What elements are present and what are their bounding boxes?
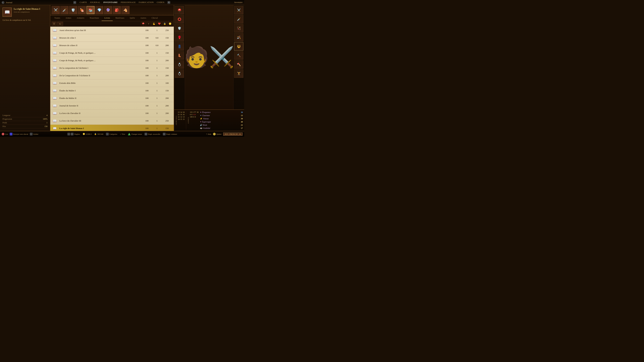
cat-all[interactable]: ⚔️ [52, 6, 60, 14]
av-1-1: 35 [180, 113, 182, 115]
filter-button[interactable]: ☰ [52, 22, 56, 26]
eq-slot-hands[interactable]: 🥊 [175, 33, 184, 41]
eq-slot-head[interactable]: ⛑️ [175, 6, 184, 14]
sort-hash-icon[interactable]: # [146, 22, 151, 26]
r2-btn: R2 [168, 1, 170, 4]
eq-slot-ring2[interactable]: 💍 [175, 69, 184, 78]
tab-quete[interactable]: Quête [127, 15, 138, 21]
action-quitter[interactable]: ○ Quitter [213, 133, 222, 135]
eq-slot-feet[interactable]: 👢 [175, 51, 184, 60]
list-item[interactable]: 📖 Briseurs de crânes II 100 0.8 200 [50, 42, 174, 49]
tab-cheval[interactable]: Cheval [149, 15, 160, 21]
list-item[interactable]: 📖 Coups de Poings, de Pieds, et quelques… [50, 57, 174, 64]
item-icon-6: 📖 [52, 73, 57, 78]
action-changer-tenue[interactable]: △ Changer tenue [128, 133, 142, 135]
nav-inventaire[interactable]: INVENTAIRE [103, 1, 118, 4]
eq-slot-weapon6[interactable]: 🔨 [234, 51, 243, 60]
list-item[interactable]: 📖 Extraits dela Bible 100 1 100 [50, 79, 174, 87]
nav-journal[interactable]: JOURNAL [90, 1, 100, 4]
item-val1-13: 100 [142, 127, 152, 130]
skill-visibilite-value: 17 [241, 127, 243, 130]
eq-slot-neck[interactable]: ⭕ [175, 15, 184, 23]
list-item[interactable]: 📖 Études du Maître II 100 1 200 [50, 94, 174, 102]
item-val3-8: 150 [162, 89, 172, 92]
tab-livres[interactable]: Livres [102, 15, 113, 21]
action-trier[interactable]: ↕ Trier [120, 133, 125, 135]
eq-slot-weapon5[interactable]: 🔱 [234, 42, 243, 51]
wv-0-0: 155 [190, 111, 193, 113]
eq-slot-weapon7[interactable]: 🪓 [234, 60, 243, 69]
action-empl-ceinture[interactable]: R3 Empl. ceinture [163, 133, 177, 135]
cat-quest[interactable]: 🔮 [104, 6, 112, 14]
list-item[interactable]: 📖 Études du Maître I 100 1 150 [50, 87, 174, 94]
list-item[interactable]: 📖 De la composition de l'alchimie I 100 … [50, 64, 174, 72]
sort-coin-icon[interactable]: 🪙 [168, 22, 172, 26]
item-title: La règle de Saint Dismas I [14, 7, 40, 10]
tab-materiaux[interactable]: Matériaux [113, 15, 127, 21]
top-bar-left: L Journal [2, 1, 12, 4]
nav-personnage[interactable]: PERSONNAGE [121, 1, 136, 4]
item-val2-3: 1 [152, 52, 162, 54]
cat-armor[interactable]: 🛡️ [69, 6, 77, 14]
item-val2-7: 1 [152, 82, 162, 84]
tab-toutes[interactable]: Toutes [52, 15, 63, 21]
list-item[interactable]: 📖 Briseurs de crâne I 100 0.8 150 [50, 34, 174, 42]
list-item[interactable]: 📖 Journal de forestier II 100 1 200 [50, 102, 174, 110]
list-item[interactable]: 📖 La force du Chevalier III 100 1 250 [50, 117, 174, 125]
action-empl-escarcelle[interactable]: R2 Empl. escarcelle [144, 133, 160, 135]
stat-prix-value: 150 [44, 125, 48, 128]
tab-armes[interactable]: Armes [63, 15, 74, 21]
cat-weapons[interactable]: 🗡️ [60, 6, 68, 14]
action-categories[interactable]: L2 Catégories [106, 133, 117, 135]
av-0-2: 16 [183, 111, 185, 113]
list-item[interactable]: 📖 De la Composition de l'Alchimie II 100… [50, 72, 174, 79]
cat-food[interactable]: 🍖 [78, 6, 86, 14]
eq-slot-legs[interactable]: 👖 [175, 42, 184, 51]
action-lire-label: Lire [5, 133, 8, 135]
top-nav: L2 CARTE JOURNAL INVENTAIRE PERSONNAGE F… [74, 1, 171, 4]
cat-horse[interactable]: 🐴 [122, 6, 130, 14]
sort-heart-icon[interactable]: ❤️ [157, 22, 162, 26]
action-lacher[interactable]: L1 Lâcher [30, 133, 38, 135]
action-aide[interactable]: ? Aide [206, 133, 211, 135]
action-onglets[interactable]: L1 R1 Onglets [68, 133, 80, 135]
skill-vitesse-label: ⚡ Vitesse [200, 117, 209, 120]
eq-slot-ring1[interactable]: 💍 [175, 60, 184, 69]
nav-fabrication[interactable]: FABRICATION [139, 1, 154, 4]
sort-lock-icon[interactable]: 🔒 [162, 22, 167, 26]
eq-slot-chest[interactable]: 🛡️ [175, 24, 184, 32]
list-item[interactable]: 📖 La force du Chevalier II 100 1 200 [50, 110, 174, 117]
cat-materials[interactable]: 💎 [95, 6, 103, 14]
list-item[interactable]: 📖 Aussi silencieux qu'un chat III 100 1 … [50, 27, 174, 34]
action-envoyer-cheval[interactable]: □ Envoyer vers cheval [10, 133, 28, 135]
stat-longueur-value: 4 [46, 114, 48, 117]
list-item-selected[interactable]: 📖 La règle de Saint Dismas I 100 1 150 [50, 125, 174, 131]
sort-strength-icon[interactable]: 💪 [152, 22, 156, 26]
tab-armures[interactable]: Armures [74, 15, 87, 21]
nav-carte[interactable]: CARTE [80, 1, 87, 4]
item-icon-4: 📖 [52, 58, 57, 63]
bottom-bar: ✕ Lire □ Envoyer vers cheval L1 Lâcher L… [0, 131, 244, 137]
eq-slot-weapon4[interactable]: 🪃 [234, 33, 243, 41]
nav-codex[interactable]: CODEX [157, 1, 164, 4]
cat-books[interactable]: 📚 [86, 6, 94, 14]
list-item[interactable]: 📖 Coups de Poings, de Pieds, et quelques… [50, 49, 174, 57]
wv-2-1: 0 [193, 116, 194, 118]
item-list[interactable]: 📖 Aussi silencieux qu'un chat III 100 1 … [50, 27, 174, 131]
item-icon-3: 📖 [52, 50, 57, 56]
eq-slot-weapon1[interactable]: ⚔️ [234, 6, 243, 14]
eq-slot-weapon2[interactable]: 🗡️ [234, 15, 243, 23]
item-val3-4: 200 [162, 59, 172, 62]
item-name-0: Aussi silencieux qu'un chat III [59, 29, 142, 32]
action-lire[interactable]: ✕ Lire [2, 133, 8, 135]
sort-helmet-icon[interactable]: ⛑️ [141, 22, 146, 26]
action-categories-label: Catégories [109, 133, 117, 135]
eq-slot-weapon3[interactable]: 🏹 [234, 24, 243, 32]
eq-slot-weapon8[interactable]: 🏋️ [234, 69, 243, 78]
cat-others[interactable]: 🎒 [113, 6, 121, 14]
sort-az-button[interactable]: Az [57, 22, 63, 26]
wv-2-0: 199 [190, 116, 193, 118]
tab-autres[interactable]: Autres [138, 15, 149, 21]
tab-nourriture[interactable]: Nourriture [87, 15, 102, 21]
item-val3-12: 250 [162, 119, 172, 122]
